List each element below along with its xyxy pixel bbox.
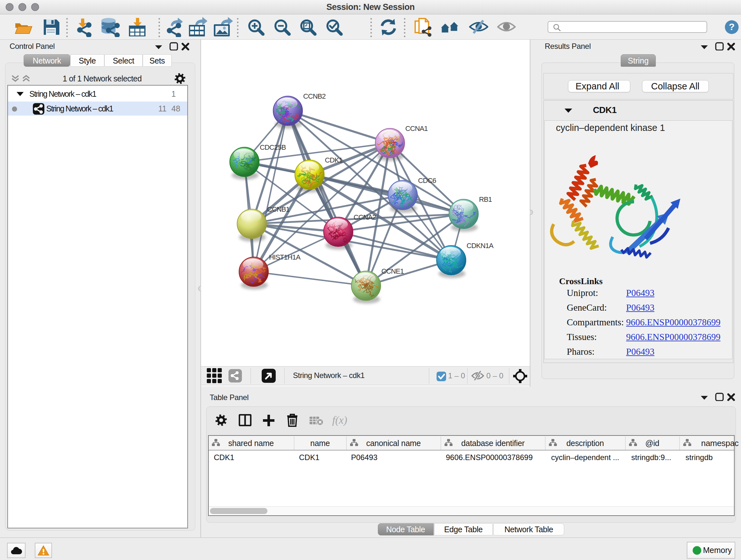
svg-text:RB1: RB1 [479,195,492,203]
svg-text:CCNB1: CCNB1 [267,205,290,213]
svg-text:CDK1: CDK1 [325,156,343,164]
svg-text:CDC6: CDC6 [418,177,436,185]
svg-text:?: ? [729,21,735,32]
svg-text:HIST1H1A: HIST1H1A [269,253,300,261]
svg-text:CCNA2: CCNA2 [354,213,376,221]
svg-text:CCNE1: CCNE1 [381,267,404,275]
svg-text:CCNA1: CCNA1 [405,125,428,132]
svg-text:CDC25B: CDC25B [260,143,286,151]
svg-text:CCNB2: CCNB2 [303,92,326,100]
svg-text:CDKN1A: CDKN1A [467,242,494,250]
